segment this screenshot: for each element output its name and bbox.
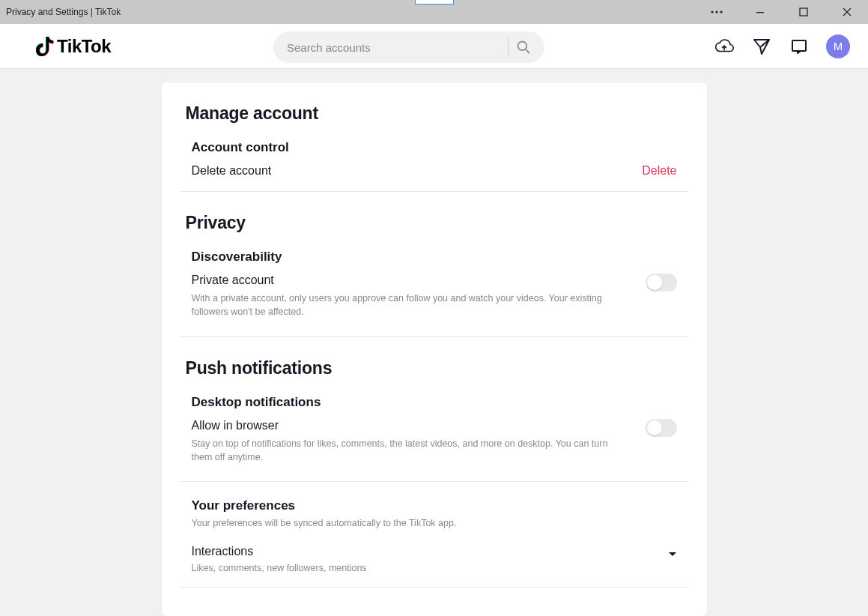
avatar[interactable]: M [826, 34, 850, 58]
desc-your-preferences: Your preferences will be synced automati… [192, 516, 626, 530]
svg-point-2 [720, 10, 722, 13]
label-delete-account: Delete account [192, 164, 272, 178]
search-input[interactable] [287, 41, 503, 54]
send-icon [753, 37, 771, 55]
settings-card: Manage account Account control Delete ac… [162, 82, 707, 616]
page-background: Manage account Account control Delete ac… [0, 69, 868, 616]
messages-button[interactable] [751, 36, 772, 57]
cloud-upload-icon [714, 38, 734, 55]
search-divider [508, 37, 509, 57]
inbox-icon [790, 37, 808, 55]
window-minimize-button[interactable] [751, 3, 769, 21]
label-private-account: Private account [192, 274, 626, 287]
window-close-button[interactable] [838, 3, 856, 21]
tiktok-logo[interactable]: TikTok [36, 36, 111, 57]
svg-line-6 [526, 49, 529, 53]
expand-interactions[interactable] [668, 549, 677, 560]
window-title: Privacy and Settings | TikTok [6, 7, 121, 17]
avatar-initial: M [834, 40, 843, 52]
delete-account-link[interactable]: Delete [642, 164, 676, 178]
heading-discoverability: Discoverability [192, 250, 677, 265]
chevron-down-icon [668, 552, 677, 558]
window-more-button[interactable] [708, 3, 726, 21]
divider [180, 336, 689, 337]
desc-allow-in-browser: Stay on top of notifications for likes, … [192, 437, 626, 464]
label-allow-in-browser: Allow in browser [192, 419, 626, 432]
desc-private-account: With a private account, only users you a… [192, 292, 626, 318]
upload-button[interactable] [714, 36, 735, 57]
inbox-button[interactable] [789, 36, 810, 57]
svg-point-0 [711, 10, 713, 13]
heading-desktop-notifications: Desktop notifications [192, 395, 677, 410]
svg-rect-4 [800, 8, 807, 16]
section-title-privacy: Privacy [186, 213, 683, 233]
svg-point-1 [715, 10, 717, 13]
desc-interactions: Likes, comments, new followers, mentions [192, 561, 367, 575]
heading-your-preferences: Your preferences [192, 498, 677, 513]
heading-account-control: Account control [192, 140, 677, 155]
toggle-private-account[interactable] [646, 274, 677, 292]
divider [180, 191, 689, 192]
toggle-allow-in-browser[interactable] [646, 419, 677, 437]
tiktok-note-icon [36, 37, 54, 56]
app-header: TikTok M [0, 24, 868, 69]
section-title-push-notifications: Push notifications [186, 358, 683, 378]
divider [180, 481, 689, 482]
search-button[interactable] [513, 37, 534, 58]
search-icon [516, 40, 531, 55]
tab-indicator [415, 0, 454, 4]
brand-text: TikTok [57, 36, 111, 57]
section-title-manage-account: Manage account [186, 103, 683, 124]
svg-rect-7 [792, 40, 806, 51]
divider [180, 587, 689, 588]
svg-rect-3 [756, 12, 764, 13]
window-maximize-button[interactable] [795, 3, 813, 21]
window-titlebar: Privacy and Settings | TikTok [0, 0, 868, 24]
label-interactions: Interactions [192, 545, 367, 558]
search-bar[interactable] [273, 31, 544, 63]
